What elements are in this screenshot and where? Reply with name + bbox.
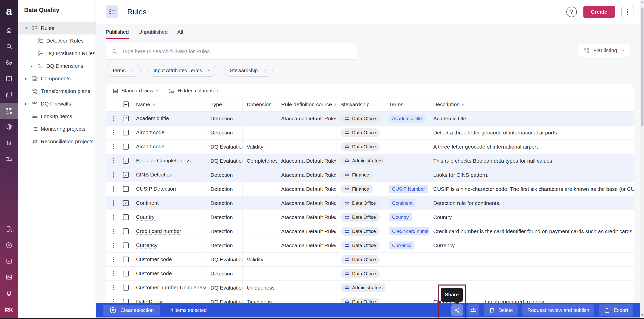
row-kebab-icon[interactable] [113, 158, 114, 163]
check-square-icon[interactable] [0, 253, 18, 269]
row-checkbox[interactable] [123, 228, 129, 234]
create-button[interactable]: Create [583, 6, 615, 18]
sidebar-item-dq-firewalls[interactable]: ▸ </> DQ Firewalls [18, 97, 96, 110]
scroll-down-arrow[interactable] [640, 313, 644, 317]
monitor-icon[interactable] [0, 269, 18, 285]
sidebar-item-components[interactable]: ▸ Components [18, 72, 96, 85]
row-kebab-icon[interactable] [113, 200, 114, 206]
row-checkbox[interactable] [123, 116, 129, 121]
row-checkbox[interactable] [123, 158, 129, 164]
chevron-right-icon[interactable]: ▸ [23, 101, 29, 106]
scrollbar-thumb[interactable] [641, 8, 643, 126]
request-review-publish-button[interactable]: Request review and publish [522, 304, 594, 316]
column-header-terms[interactable]: Terms [385, 97, 429, 111]
copy-icon[interactable] [0, 87, 18, 103]
home-icon[interactable] [0, 22, 18, 38]
more-actions-button[interactable] [621, 6, 633, 18]
rule-name-link[interactable]: Currency [136, 242, 157, 249]
rule-name-link[interactable]: Academic title [136, 115, 169, 122]
row-kebab-icon[interactable] [113, 271, 114, 276]
document-search-icon[interactable] [0, 221, 18, 237]
clear-selection-button[interactable]: Clear selection [103, 305, 160, 316]
delete-button[interactable]: Delete [484, 304, 518, 316]
manage-stewardship-button[interactable] [467, 304, 479, 316]
search-icon[interactable] [0, 38, 18, 54]
help-icon[interactable]: ? [566, 7, 577, 17]
filter-stewardship[interactable]: Stewardship [224, 65, 273, 77]
sidebar-item-dq-evaluation-rules[interactable]: DQ Evaluation Rules [18, 47, 96, 60]
row-checkbox[interactable] [123, 214, 129, 220]
column-header-rule-definition-source[interactable]: Rule definition source [277, 97, 336, 111]
row-checkbox[interactable] [123, 172, 129, 178]
sidebar-item-dq-dimensions[interactable]: ▸ DQ Dimensions [18, 60, 96, 72]
sort-icon[interactable] [334, 102, 336, 106]
bar-chart-icon[interactable] [0, 135, 18, 151]
rule-name-link[interactable]: Boolean Completeness [136, 158, 191, 164]
tab-published[interactable]: Published [106, 29, 129, 39]
tab-unpublished[interactable]: Unpublished [138, 29, 168, 39]
column-header-type[interactable]: Type [206, 97, 243, 111]
term-badge[interactable]: Continent [389, 199, 415, 207]
rule-name-link[interactable]: Customer code [136, 270, 172, 277]
row-checkbox[interactable] [123, 271, 129, 276]
rule-name-link[interactable]: Airport code [136, 129, 164, 136]
row-kebab-icon[interactable] [113, 285, 114, 290]
eq-search-icon[interactable] [0, 151, 18, 167]
filter-terms[interactable]: Terms [106, 65, 141, 77]
book-icon[interactable] [0, 70, 18, 87]
gear-icon[interactable] [0, 237, 18, 253]
row-checkbox[interactable] [123, 242, 129, 248]
row-kebab-icon[interactable] [113, 257, 114, 262]
radar-icon[interactable] [0, 54, 18, 70]
sort-icon[interactable] [462, 102, 467, 106]
column-header-dimension[interactable]: Dimension [243, 97, 277, 111]
row-kebab-icon[interactable] [113, 186, 114, 192]
term-badge[interactable]: Currency [389, 241, 414, 250]
row-checkbox[interactable] [123, 130, 129, 135]
term-badge[interactable]: CUSIP Number [389, 185, 428, 193]
row-kebab-icon[interactable] [113, 130, 114, 135]
row-checkbox[interactable] [123, 257, 129, 262]
scroll-up-arrow[interactable] [640, 1, 644, 5]
row-kebab-icon[interactable] [113, 243, 114, 248]
rule-name-link[interactable]: Credit card number [136, 228, 181, 235]
sidebar-item-detection-rules[interactable]: Detection Rules [18, 34, 96, 47]
rule-name-link[interactable]: CINS Detection [136, 172, 173, 178]
term-badge[interactable]: Country [389, 213, 412, 221]
sidebar-item-reconciliation-projects[interactable]: Reconciliation projects [18, 135, 96, 148]
row-kebab-icon[interactable] [113, 144, 114, 149]
column-header-stewardship[interactable]: Stewardship [336, 97, 385, 111]
avatar[interactable]: RK [0, 301, 18, 319]
sidebar-item-lookup-items[interactable]: Lookup items [18, 110, 96, 123]
row-kebab-icon[interactable] [113, 229, 114, 234]
sidebar-item-rules[interactable]: ▾ Rules [18, 22, 96, 34]
export-button[interactable]: Export [599, 304, 633, 316]
column-header-name[interactable]: Name [132, 97, 206, 111]
listing-mode-select[interactable]: Flat listing [578, 44, 630, 57]
rule-name-link[interactable]: Continent [136, 200, 159, 206]
chevron-right-icon[interactable]: ▸ [23, 76, 29, 81]
ataccama-logo[interactable]: a [0, 0, 18, 22]
sidebar-item-transformation-plans[interactable]: Transformation plans [18, 85, 96, 97]
rule-name-link[interactable]: Customer number Uniqueness [136, 285, 206, 291]
rule-name-link[interactable]: Country [136, 214, 155, 221]
tab-all[interactable]: All [177, 29, 183, 39]
row-checkbox[interactable] [123, 144, 129, 150]
column-header-description[interactable]: Description [429, 97, 634, 111]
row-kebab-icon[interactable] [113, 172, 114, 178]
rule-name-link[interactable]: Customer code [136, 256, 172, 263]
term-badge[interactable]: Credit card number [389, 227, 429, 235]
search-input[interactable] [122, 48, 351, 54]
row-kebab-icon[interactable] [113, 215, 114, 220]
filter-input-attributes-terms[interactable]: Input Attributes Terms [147, 65, 217, 77]
shield-icon[interactable] [0, 119, 18, 135]
vertical-scrollbar[interactable] [640, 0, 644, 318]
rule-name-link[interactable]: Airport code [136, 144, 164, 150]
row-checkbox[interactable] [123, 285, 129, 291]
row-kebab-icon[interactable] [113, 116, 114, 121]
sidebar-item-monitoring-projects[interactable]: Monitoring projects [18, 123, 96, 135]
chevron-right-icon[interactable]: ▸ [29, 64, 35, 68]
bell-icon[interactable] [0, 285, 18, 301]
term-badge[interactable]: Academic title [389, 115, 425, 123]
data-quality-icon[interactable] [0, 103, 18, 119]
